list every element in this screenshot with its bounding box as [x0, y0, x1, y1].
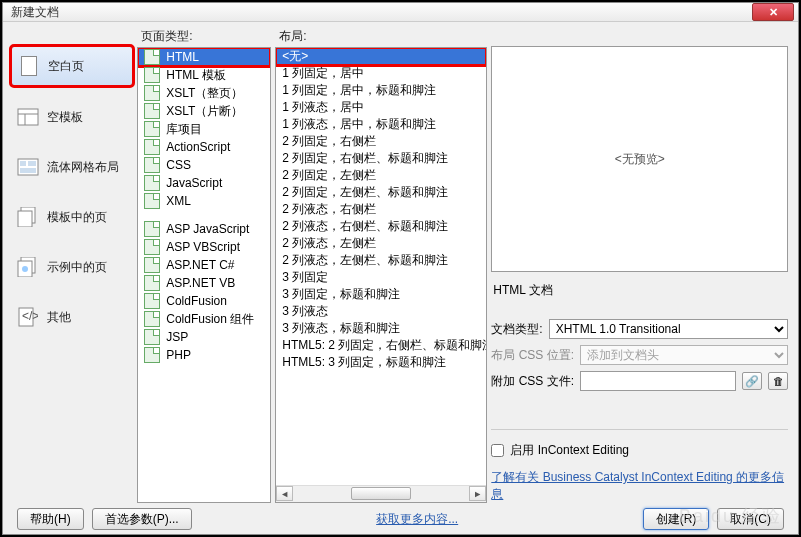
- link-css-button[interactable]: 🔗: [742, 372, 762, 390]
- layout-item[interactable]: 3 列液态，标题和脚注: [276, 320, 486, 337]
- doctype-select[interactable]: XHTML 1.0 Transitional: [549, 319, 788, 339]
- page-type-item[interactable]: CSS: [138, 156, 270, 174]
- nav-fluid-grid[interactable]: 流体网格布局: [11, 148, 133, 186]
- page-type-label: CSS: [166, 158, 191, 173]
- layout-label: 3 列液态，标题和脚注: [282, 321, 400, 336]
- page-type-label: XML: [166, 194, 191, 209]
- page-type-item[interactable]: ColdFusion 组件: [138, 310, 270, 328]
- file-icon: [144, 103, 160, 119]
- page-type-label: HTML 模板: [166, 68, 226, 83]
- attach-css-row: 附加 CSS 文件: 🔗 🗑: [491, 371, 788, 391]
- page-type-item[interactable]: HTML: [138, 48, 270, 66]
- remove-css-button[interactable]: 🗑: [768, 372, 788, 390]
- scroll-left-arrow[interactable]: ◄: [276, 486, 293, 501]
- layout-item[interactable]: 3 列固定: [276, 269, 486, 286]
- page-type-item[interactable]: ASP VBScript: [138, 238, 270, 256]
- page-type-item[interactable]: XML: [138, 192, 270, 210]
- nav-page-from-sample[interactable]: 示例中的页: [11, 248, 133, 286]
- layout-item[interactable]: 2 列固定，左侧栏、标题和脚注: [276, 184, 486, 201]
- page-type-label: ASP JavaScript: [166, 222, 249, 237]
- layout-list[interactable]: <无>1 列固定，居中1 列固定，居中，标题和脚注1 列液态，居中1 列液态，居…: [276, 48, 486, 485]
- page-type-item[interactable]: ColdFusion: [138, 292, 270, 310]
- page-type-item[interactable]: 库项目: [138, 120, 270, 138]
- css-position-label: 布局 CSS 位置:: [491, 347, 574, 364]
- nav-blank-template[interactable]: 空模板: [11, 98, 133, 136]
- layout-header: 布局:: [275, 28, 487, 47]
- dialog-footer: 帮助(H) 首选参数(P)... 获取更多内容... 创建(R) 取消(C) B…: [3, 505, 798, 534]
- incontext-learn-more-link[interactable]: 了解有关 Business Catalyst InContext Editing…: [491, 465, 788, 503]
- page-type-label: XSLT（整页）: [166, 86, 243, 101]
- layout-label: 3 列液态: [282, 304, 328, 319]
- scroll-thumb[interactable]: [351, 487, 411, 500]
- page-type-label: 库项目: [166, 122, 202, 137]
- layout-label: 2 列液态，左侧栏: [282, 236, 376, 251]
- page-type-item[interactable]: ASP.NET C#: [138, 256, 270, 274]
- layout-item[interactable]: 2 列固定，右侧栏: [276, 133, 486, 150]
- layout-label: HTML5: 3 列固定，标题和脚注: [282, 355, 446, 370]
- page-type-item[interactable]: ASP JavaScript: [138, 220, 270, 238]
- page-type-label: PHP: [166, 348, 191, 363]
- titlebar: 新建文档 ✕: [3, 3, 798, 22]
- page-type-label: XSLT（片断）: [166, 104, 243, 119]
- layout-item[interactable]: 1 列液态，居中: [276, 99, 486, 116]
- incontext-label: 启用 InContext Editing: [510, 442, 629, 459]
- nav-blank-page[interactable]: 空白页: [11, 46, 133, 86]
- get-more-link[interactable]: 获取更多内容...: [376, 512, 458, 526]
- layout-item[interactable]: 1 列固定，居中，标题和脚注: [276, 82, 486, 99]
- template-icon: [17, 106, 39, 128]
- file-icon: [144, 49, 160, 65]
- nav-label: 示例中的页: [47, 259, 107, 276]
- layout-item[interactable]: 2 列固定，右侧栏、标题和脚注: [276, 150, 486, 167]
- svg-rect-0: [18, 109, 38, 125]
- cancel-button[interactable]: 取消(C): [717, 508, 784, 530]
- layout-item[interactable]: 1 列固定，居中: [276, 65, 486, 82]
- nav-other[interactable]: </> 其他: [11, 298, 133, 336]
- layout-item[interactable]: 1 列液态，居中，标题和脚注: [276, 116, 486, 133]
- scroll-track[interactable]: [293, 487, 469, 500]
- layout-column: 布局: <无>1 列固定，居中1 列固定，居中，标题和脚注1 列液态，居中1 列…: [275, 28, 487, 503]
- file-icon: [144, 239, 160, 255]
- page-type-item[interactable]: ActionScript: [138, 138, 270, 156]
- layout-item[interactable]: 2 列液态，右侧栏: [276, 201, 486, 218]
- layout-item[interactable]: 3 列液态: [276, 303, 486, 320]
- close-button[interactable]: ✕: [752, 3, 794, 21]
- layout-item[interactable]: HTML5: 3 列固定，标题和脚注: [276, 354, 486, 371]
- page-type-column: 页面类型: HTMLHTML 模板XSLT（整页）XSLT（片断）库项目Acti…: [137, 28, 271, 503]
- layout-label: <无>: [282, 49, 308, 64]
- layout-item[interactable]: 3 列固定，标题和脚注: [276, 286, 486, 303]
- page-type-item[interactable]: XSLT（整页）: [138, 84, 270, 102]
- layout-item[interactable]: 2 列固定，左侧栏: [276, 167, 486, 184]
- page-type-item[interactable]: ASP.NET VB: [138, 274, 270, 292]
- page-type-label: ASP.NET VB: [166, 276, 235, 291]
- incontext-checkbox[interactable]: [491, 444, 504, 457]
- nav-label: 流体网格布局: [47, 159, 119, 176]
- layout-item[interactable]: <无>: [276, 48, 486, 65]
- page-type-item[interactable]: HTML 模板: [138, 66, 270, 84]
- svg-rect-5: [28, 161, 36, 166]
- layout-label: 2 列固定，左侧栏、标题和脚注: [282, 185, 448, 200]
- dialog-body: 空白页 空模板 流体网格布局 模板中的页 示例中的页 </> 其他: [3, 22, 798, 505]
- nav-label: 其他: [47, 309, 71, 326]
- layout-item[interactable]: 2 列液态，左侧栏: [276, 235, 486, 252]
- page-type-item[interactable]: JavaScript: [138, 174, 270, 192]
- nav-page-from-template[interactable]: 模板中的页: [11, 198, 133, 236]
- scroll-right-arrow[interactable]: ►: [469, 486, 486, 501]
- horizontal-scrollbar[interactable]: ◄ ►: [276, 485, 486, 502]
- attach-css-input[interactable]: [580, 371, 736, 391]
- page-type-item[interactable]: XSLT（片断）: [138, 102, 270, 120]
- layout-item[interactable]: 2 列液态，左侧栏、标题和脚注: [276, 252, 486, 269]
- file-icon: [144, 175, 160, 191]
- create-button[interactable]: 创建(R): [643, 508, 710, 530]
- layout-item[interactable]: 2 列液态，右侧栏、标题和脚注: [276, 218, 486, 235]
- layout-list-container: <无>1 列固定，居中1 列固定，居中，标题和脚注1 列液态，居中1 列液态，居…: [275, 47, 487, 503]
- layout-label: 1 列液态，居中: [282, 100, 364, 115]
- layout-label: 3 列固定: [282, 270, 328, 285]
- page-type-item[interactable]: JSP: [138, 328, 270, 346]
- page-type-list[interactable]: HTMLHTML 模板XSLT（整页）XSLT（片断）库项目ActionScri…: [137, 47, 271, 503]
- file-icon: [144, 293, 160, 309]
- layout-item[interactable]: HTML5: 2 列固定，右侧栏、标题和脚注: [276, 337, 486, 354]
- page-type-label: ColdFusion: [166, 294, 227, 309]
- page-type-item[interactable]: PHP: [138, 346, 270, 364]
- help-button[interactable]: 帮助(H): [17, 508, 84, 530]
- preferences-button[interactable]: 首选参数(P)...: [92, 508, 192, 530]
